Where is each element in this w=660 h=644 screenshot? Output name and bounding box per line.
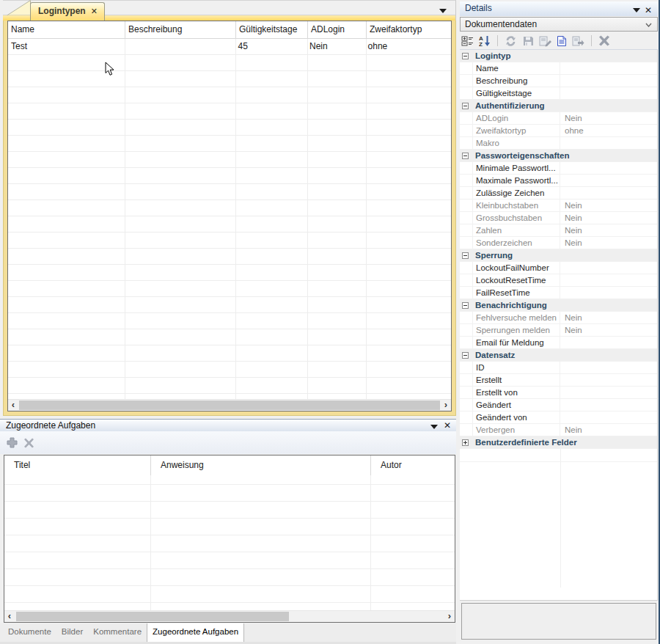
property-row[interactable]: Zulässige Zeichen <box>460 187 657 200</box>
footer-tab-dokumente[interactable]: Dokumente <box>3 623 56 642</box>
property-category[interactable]: Logintyp <box>460 50 657 62</box>
scroll-left-icon[interactable]: ‹ <box>8 400 18 411</box>
property-value[interactable]: Nein <box>560 324 657 336</box>
property-row[interactable]: ADLoginNein <box>460 112 657 125</box>
scroll-right-icon[interactable]: › <box>441 400 451 411</box>
property-value[interactable]: Nein <box>560 424 657 436</box>
collapse-icon[interactable] <box>462 103 469 109</box>
property-label[interactable]: Zahlen <box>473 224 560 236</box>
collapse-icon[interactable] <box>462 153 469 159</box>
property-value[interactable] <box>560 175 657 186</box>
property-label[interactable]: Geändert von <box>473 411 560 423</box>
collapse-icon[interactable] <box>462 302 469 309</box>
property-row[interactable]: Sperrungen meldenNein <box>460 324 657 337</box>
tasks-grid-body[interactable] <box>4 475 455 610</box>
property-row[interactable]: GrossbuchstabenNein <box>460 212 657 224</box>
column-header[interactable]: Zweifaktortyp <box>367 21 451 38</box>
grid-cell[interactable]: 45 <box>235 39 307 55</box>
property-label[interactable]: Geändert <box>473 399 560 411</box>
property-label[interactable]: Erstellt <box>473 374 560 386</box>
property-label[interactable]: Verbergen <box>473 424 560 436</box>
footer-tab-kommentare[interactable]: Kommentare <box>88 623 147 642</box>
property-row[interactable]: Erstellt <box>460 374 657 387</box>
property-value[interactable] <box>560 75 657 87</box>
refresh-icon[interactable] <box>505 35 517 47</box>
property-row[interactable]: LockoutResetTime <box>460 274 657 287</box>
delete-record-icon[interactable] <box>598 35 610 46</box>
property-value[interactable] <box>560 187 657 199</box>
property-category[interactable]: Datensatz <box>460 349 657 362</box>
property-value[interactable] <box>560 162 657 174</box>
document-icon[interactable] <box>557 35 567 47</box>
property-value[interactable] <box>560 399 657 411</box>
property-label[interactable]: Beschreibung <box>473 75 560 87</box>
property-row[interactable]: SonderzeichenNein <box>460 237 657 249</box>
tab-list-chevron-icon[interactable] <box>439 9 447 13</box>
collapse-icon[interactable] <box>462 252 469 259</box>
property-label[interactable]: Maximale Passwortl... <box>473 175 560 186</box>
grid-row[interactable]: Test45Neinohne <box>8 39 451 55</box>
property-value[interactable] <box>560 374 657 386</box>
column-header[interactable]: Autor <box>371 455 455 475</box>
footer-tab-bilder[interactable]: Bilder <box>56 623 88 642</box>
grid-cell[interactable]: ohne <box>365 39 451 55</box>
property-row[interactable]: Minimale Passwortl... <box>460 162 657 175</box>
property-label[interactable]: Sperrungen melden <box>473 324 560 336</box>
property-label[interactable]: Zweifaktortyp <box>473 125 560 136</box>
property-label[interactable]: ADLogin <box>473 112 560 124</box>
property-row[interactable]: FailResetTime <box>460 287 657 299</box>
property-row[interactable]: Name <box>460 62 657 75</box>
property-value[interactable] <box>560 411 657 423</box>
property-label[interactable]: Gültigkeitstage <box>473 87 560 99</box>
property-row[interactable]: Beschreibung <box>460 75 657 87</box>
column-header[interactable]: Beschreibung <box>125 21 236 38</box>
property-value[interactable] <box>560 287 657 299</box>
tasks-horizontal-scrollbar[interactable]: ‹ › <box>4 610 455 622</box>
document-data-select[interactable]: Dokumentendaten <box>460 17 658 32</box>
transfer-document-icon[interactable] <box>572 35 584 47</box>
column-header[interactable]: Titel <box>4 455 151 475</box>
property-label[interactable]: ID <box>473 362 560 373</box>
property-value[interactable] <box>560 362 657 373</box>
property-value[interactable]: Nein <box>560 237 657 249</box>
property-value[interactable]: Nein <box>560 212 657 224</box>
tasks-scrollbar-thumb[interactable] <box>16 612 289 621</box>
property-value[interactable]: Nein <box>560 224 657 236</box>
property-label[interactable]: Minimale Passwortl... <box>473 162 560 174</box>
panel-menu-chevron-icon[interactable] <box>430 425 438 429</box>
property-row[interactable]: LockoutFailNumber <box>460 262 657 274</box>
scrollbar-thumb[interactable] <box>19 400 440 410</box>
add-task-icon[interactable] <box>7 437 18 449</box>
grid-cell[interactable]: Nein <box>307 39 365 55</box>
edit-record-icon[interactable] <box>539 35 551 47</box>
property-row[interactable]: Makro <box>460 137 657 150</box>
tasks-scroll-left-icon[interactable]: ‹ <box>4 611 15 622</box>
property-row[interactable]: Geändert <box>460 399 657 411</box>
property-label[interactable]: Zulässige Zeichen <box>473 187 560 199</box>
property-value[interactable] <box>560 387 657 398</box>
grid-cell[interactable]: Test <box>8 39 125 55</box>
property-row[interactable]: Email für Meldung <box>460 337 657 349</box>
property-row[interactable]: Fehlversuche meldenNein <box>460 312 657 324</box>
property-row[interactable]: Erstellt von <box>460 387 657 399</box>
details-close-icon[interactable]: ✕ <box>645 4 652 18</box>
panel-close-icon[interactable]: ✕ <box>444 420 451 431</box>
expand-icon[interactable] <box>462 439 469 446</box>
property-category[interactable]: Benutzerdefinierte Felder <box>460 436 657 449</box>
property-value[interactable] <box>560 137 657 149</box>
column-header[interactable]: ADLogin <box>308 21 367 38</box>
property-label[interactable]: LockoutFailNumber <box>473 262 560 274</box>
property-value[interactable] <box>560 87 657 99</box>
property-category[interactable]: Authentifizierung <box>460 100 657 112</box>
property-label[interactable]: Makro <box>473 137 560 149</box>
delete-task-icon[interactable] <box>23 438 34 448</box>
property-value[interactable] <box>560 262 657 274</box>
grid-body[interactable]: Test45Neinohne <box>8 39 451 399</box>
property-category[interactable]: Benachrichtigung <box>460 299 657 312</box>
property-label[interactable]: Fehlversuche melden <box>473 312 560 323</box>
horizontal-scrollbar[interactable]: ‹ › <box>8 399 451 411</box>
property-category[interactable]: Sperrung <box>460 249 657 262</box>
tab-logintypen[interactable]: Logintypen ✕ <box>30 2 105 21</box>
property-row[interactable]: Gültigkeitstage <box>460 87 657 100</box>
property-category[interactable]: Passworteigenschaften <box>460 150 657 162</box>
